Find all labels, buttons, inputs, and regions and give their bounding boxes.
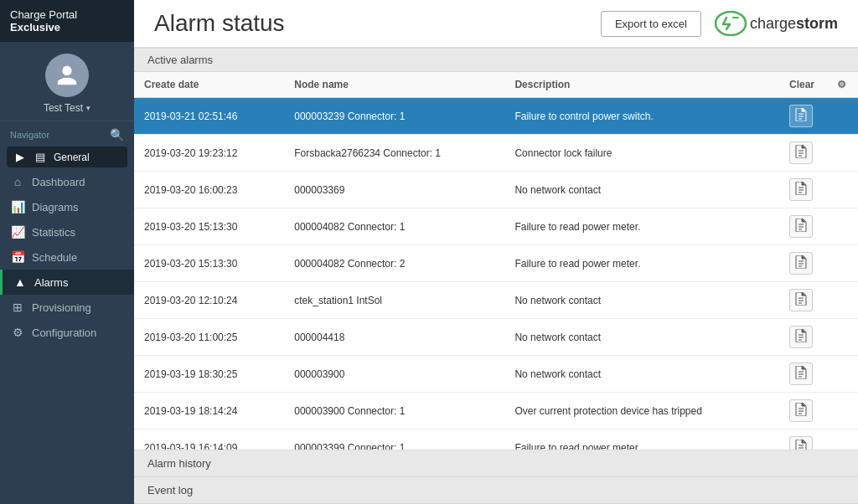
cell-spacer xyxy=(824,208,858,245)
nav-group-general: ▶ ▤ General xyxy=(0,145,134,169)
user-icon xyxy=(55,64,79,87)
cell-clear xyxy=(779,429,824,450)
clear-button[interactable] xyxy=(789,178,813,201)
stats-icon: 📈 xyxy=(10,225,25,239)
cell-description: No network contact xyxy=(504,172,779,208)
app-title-bold: Exclusive xyxy=(10,21,60,33)
event-log-header[interactable]: Event log xyxy=(134,477,858,504)
sidebar-item-statistics[interactable]: 📈 Statistics xyxy=(0,219,134,244)
chevron-down-icon: ▾ xyxy=(86,104,90,112)
document-icon xyxy=(795,219,807,232)
cell-spacer xyxy=(824,319,858,356)
table-row[interactable]: 2019-03-19 18:14:24000003900 Connector: … xyxy=(134,393,858,429)
sidebar-item-schedule[interactable]: 📅 Schedule xyxy=(0,244,134,270)
table-row[interactable]: 2019-03-21 02:51:46000003239 Connector: … xyxy=(134,98,858,135)
cell-description: Failure to control power switch. xyxy=(504,98,779,135)
sidebar-item-label-statistics: Statistics xyxy=(32,226,75,239)
table-row[interactable]: 2019-03-20 16:00:23000003369No network c… xyxy=(134,172,858,208)
table-row[interactable]: 2019-03-20 15:13:30000004082 Connector: … xyxy=(134,245,858,282)
document-icon xyxy=(795,292,807,306)
cell-spacer xyxy=(824,172,858,208)
clear-button[interactable] xyxy=(789,436,813,450)
sidebar-item-diagrams[interactable]: 📊 Diagrams xyxy=(0,194,134,219)
col-header-description: Description xyxy=(504,72,779,98)
sidebar-item-configuration[interactable]: ⚙ Configuration xyxy=(0,320,134,345)
sidebar-item-label-dashboard: Dashboard xyxy=(32,176,85,188)
col-header-node-name: Node name xyxy=(284,72,504,98)
table-row[interactable]: 2019-03-19 18:30:25000003900No network c… xyxy=(134,356,858,393)
cell-spacer xyxy=(824,282,858,319)
alarms-table: Create date Node name Description Clear … xyxy=(134,72,858,450)
cell-description: No network contact xyxy=(504,282,779,319)
table-row[interactable]: 2019-03-20 11:00:25000004418No network c… xyxy=(134,319,858,356)
sidebar-item-label-diagrams: Diagrams xyxy=(32,201,79,213)
user-profile-area: Test Test ▾ xyxy=(0,42,134,121)
sidebar-item-general[interactable]: ▶ ▤ General xyxy=(7,147,127,167)
cell-node-name: 000003399 Connector: 1 xyxy=(284,429,504,450)
cell-clear xyxy=(779,208,824,245)
calendar-icon: 📅 xyxy=(10,250,25,264)
cell-node-name: 000004418 xyxy=(284,319,504,356)
avatar xyxy=(45,54,89,97)
cell-clear xyxy=(779,245,824,282)
clear-button[interactable] xyxy=(789,289,813,311)
cell-create-date: 2019-03-19 18:30:25 xyxy=(134,356,284,393)
gear-icon: ⚙ xyxy=(10,326,25,339)
table-header-row: Create date Node name Description Clear … xyxy=(134,72,858,98)
document-icon xyxy=(795,403,807,416)
cell-spacer xyxy=(824,429,858,450)
cell-create-date: 2019-03-21 02:51:46 xyxy=(134,98,284,135)
bottom-sections: Alarm history Event log xyxy=(134,450,858,504)
cell-create-date: 2019-03-20 12:10:24 xyxy=(134,282,284,319)
cell-description: Connector lock failure xyxy=(504,135,779,172)
clear-button[interactable] xyxy=(789,215,813,238)
home-icon: ⌂ xyxy=(10,175,25,188)
sidebar-item-alarms[interactable]: ▲ Alarms xyxy=(0,270,134,295)
alarms-table-wrapper[interactable]: Create date Node name Description Clear … xyxy=(134,72,858,450)
triangle-icon: ▶ xyxy=(13,151,27,163)
clear-button[interactable] xyxy=(789,141,813,164)
clear-button[interactable] xyxy=(789,252,813,275)
cell-clear xyxy=(779,135,824,172)
content-area: Active alarms Create date Node name Desc… xyxy=(134,48,858,504)
main-content: Alarm status Export to excel chargestorm… xyxy=(134,0,858,504)
settings-icon[interactable]: ⚙ xyxy=(837,79,846,90)
provisioning-icon: ⊞ xyxy=(10,301,25,314)
cell-node-name: 000003369 xyxy=(284,172,504,208)
clear-button[interactable] xyxy=(789,363,813,385)
cell-description: Failure to read power meter. xyxy=(504,429,779,450)
user-name-display[interactable]: Test Test ▾ xyxy=(44,102,90,114)
cell-node-name: 000003900 Connector: 1 xyxy=(284,393,504,429)
table-row[interactable]: 2019-03-20 19:23:12Forsbacka2766234 Conn… xyxy=(134,135,858,172)
cell-node-name: ctek_station1 IntSol xyxy=(284,282,504,319)
cell-node-name: 000003900 xyxy=(284,356,504,393)
logo-text: chargestorm xyxy=(750,15,838,33)
search-icon[interactable]: 🔍 xyxy=(110,128,124,141)
sidebar-item-dashboard[interactable]: ⌂ Dashboard xyxy=(0,169,134,194)
clear-button[interactable] xyxy=(789,326,813,348)
clear-button[interactable] xyxy=(789,399,813,422)
topbar: Alarm status Export to excel chargestorm xyxy=(134,0,858,48)
document-icon xyxy=(795,440,807,450)
cell-spacer xyxy=(824,98,858,135)
nav-label-row: Navigator 🔍 xyxy=(0,121,134,145)
nav-label: Navigator xyxy=(10,130,49,140)
sidebar-item-label-alarms: Alarms xyxy=(34,276,68,289)
export-button[interactable]: Export to excel xyxy=(601,11,701,37)
clear-button[interactable] xyxy=(789,105,813,127)
table-row[interactable]: 2019-03-20 15:13:30000004082 Connector: … xyxy=(134,208,858,245)
cell-description: No network contact xyxy=(504,356,779,393)
document-icon xyxy=(795,182,807,195)
sidebar: Charge Portal Exclusive Test Test ▾ Navi… xyxy=(0,0,134,504)
document-icon xyxy=(795,108,807,121)
sidebar-item-label-general: General xyxy=(54,152,90,163)
sidebar-item-provisioning[interactable]: ⊞ Provisioning xyxy=(0,295,134,320)
cell-create-date: 2019-03-19 18:14:24 xyxy=(134,393,284,429)
alarm-history-header[interactable]: Alarm history xyxy=(134,450,858,477)
table-row[interactable]: 2019-03-20 12:10:24ctek_station1 IntSolN… xyxy=(134,282,858,319)
table-row[interactable]: 2019-03-19 16:14:09000003399 Connector: … xyxy=(134,429,858,450)
cell-create-date: 2019-03-20 16:00:23 xyxy=(134,172,284,208)
cell-description: No network contact xyxy=(504,319,779,356)
cell-clear xyxy=(779,356,824,393)
grid-icon: ▤ xyxy=(34,151,47,163)
